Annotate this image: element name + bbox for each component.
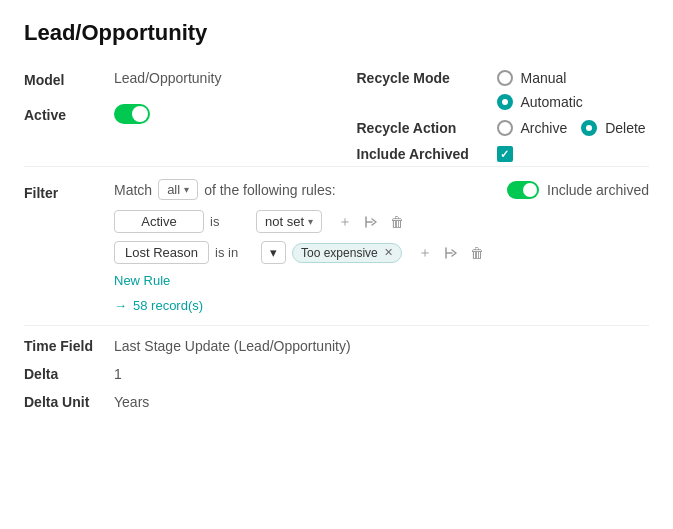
model-value: Lead/Opportunity [114, 70, 221, 86]
include-archived-checkbox[interactable] [497, 146, 513, 162]
match-dropdown[interactable]: all ▾ [158, 179, 198, 200]
include-archived-label: Include Archived [357, 146, 497, 162]
delta-unit-value: Years [114, 394, 149, 410]
records-count: 58 record(s) [133, 298, 203, 313]
radio-automatic-label: Automatic [521, 94, 583, 110]
recycle-mode-group: Manual Automatic [497, 70, 583, 110]
add-rule-btn-lost-reason[interactable]: ＋ [414, 242, 436, 264]
branch-rule-btn-active[interactable] [360, 211, 382, 233]
delta-label: Delta [24, 366, 114, 382]
radio-automatic[interactable] [497, 94, 513, 110]
recycle-action-archive[interactable]: Archive [497, 120, 568, 136]
active-label: Active [24, 105, 114, 123]
recycle-mode-manual[interactable]: Manual [497, 70, 583, 86]
radio-archive[interactable] [497, 120, 513, 136]
radio-manual-label: Manual [521, 70, 567, 86]
filter-rule-active: Active is not set ▾ ＋ 🗑 [114, 210, 649, 233]
page-title: Lead/Opportunity [24, 20, 649, 46]
delete-rule-btn-lost-reason[interactable]: 🗑 [466, 242, 488, 264]
filter-label: Filter [24, 179, 114, 201]
recycle-action-delete[interactable]: Delete [581, 120, 645, 136]
match-value: all [167, 182, 180, 197]
match-prefix: Match [114, 182, 152, 198]
recycle-mode-label: Recycle Mode [357, 70, 497, 86]
arrow-icon: → [114, 298, 127, 313]
records-link[interactable]: → 58 record(s) [114, 298, 649, 313]
chevron-down-icon: ▾ [184, 184, 189, 195]
filter-rule-lost-reason: Lost Reason is in ▾ Too expensive ✕ ＋ [114, 241, 649, 264]
new-rule-link[interactable]: New Rule [114, 273, 170, 288]
radio-delete-label: Delete [605, 120, 645, 136]
recycle-action-label: Recycle Action [357, 120, 497, 136]
filter-op-active: is [210, 214, 250, 229]
tag-too-expensive: Too expensive ✕ [292, 243, 402, 263]
model-label: Model [24, 70, 114, 88]
filter-field-active[interactable]: Active [114, 210, 204, 233]
radio-manual[interactable] [497, 70, 513, 86]
radio-delete[interactable] [581, 120, 597, 136]
remove-tag-too-expensive[interactable]: ✕ [384, 246, 393, 259]
add-rule-btn-active[interactable]: ＋ [334, 211, 356, 233]
include-archived-filter-label: Include archived [547, 182, 649, 198]
match-suffix: of the following rules: [204, 182, 336, 198]
time-field-label: Time Field [24, 338, 114, 354]
delta-unit-label: Delta Unit [24, 394, 114, 410]
delta-value: 1 [114, 366, 122, 382]
filter-value-active[interactable]: not set ▾ [256, 210, 322, 233]
chevron-active-icon: ▾ [308, 216, 313, 227]
filter-field-lost-reason[interactable]: Lost Reason [114, 241, 209, 264]
recycle-mode-automatic[interactable]: Automatic [497, 94, 583, 110]
include-archived-filter-toggle[interactable] [507, 181, 539, 199]
active-toggle[interactable] [114, 104, 150, 124]
delete-rule-btn-active[interactable]: 🗑 [386, 211, 408, 233]
branch-rule-btn-lost-reason[interactable] [440, 242, 462, 264]
filter-op-lost-reason: is in [215, 245, 255, 260]
filter-op-dropdown-lost-reason[interactable]: ▾ [261, 241, 286, 264]
time-field-value: Last Stage Update (Lead/Opportunity) [114, 338, 351, 354]
radio-archive-label: Archive [521, 120, 568, 136]
